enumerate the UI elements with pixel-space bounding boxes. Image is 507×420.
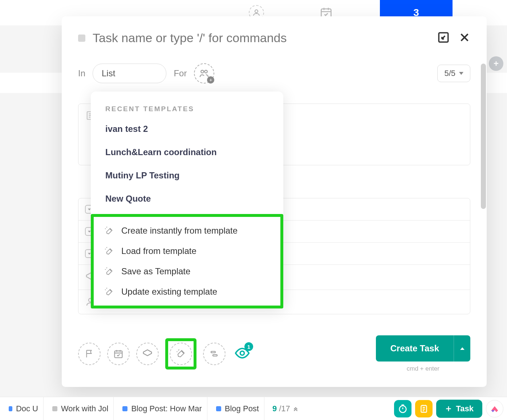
create-task-button[interactable]: Create Task xyxy=(376,335,454,362)
status-dot xyxy=(216,406,221,411)
tab-label: Blog Post: How Mar xyxy=(131,404,202,413)
action-label: Save as Template xyxy=(121,266,190,276)
priority-tool-icon[interactable] xyxy=(78,343,101,365)
svg-point-10 xyxy=(240,351,244,355)
template-item[interactable]: New Quote xyxy=(91,187,283,210)
watchers-button[interactable]: 1 xyxy=(234,345,250,363)
count-total: /17 xyxy=(279,404,290,413)
tags-tool-icon[interactable] xyxy=(136,343,159,365)
status-dot xyxy=(122,406,127,411)
caret-down-icon xyxy=(459,72,463,75)
template-item[interactable]: ivan test 2 xyxy=(91,117,283,141)
close-icon[interactable] xyxy=(459,32,470,45)
collapse-icon xyxy=(292,405,299,412)
footer-tab[interactable]: Doc U xyxy=(4,397,44,420)
create-task-dropdown-button[interactable] xyxy=(454,335,470,362)
subtask-count-button[interactable]: 5/5 xyxy=(437,65,470,82)
svg-rect-9 xyxy=(213,355,217,356)
clickup-logo-icon xyxy=(490,404,500,414)
footer-tab[interactable]: Blog Post: How Mar xyxy=(117,397,207,420)
action-label: Load from template xyxy=(121,246,196,256)
template-item[interactable]: Lunch&Learn coordination xyxy=(91,141,283,164)
footer-bar: Doc U Work with Jol Blog Post: How Mar B… xyxy=(0,397,507,420)
svg-rect-7 xyxy=(115,351,122,358)
timer-button[interactable] xyxy=(394,400,411,417)
load-from-template-action[interactable]: Load from template xyxy=(94,241,280,261)
wand-icon xyxy=(105,246,114,256)
templates-dropdown: RECENT TEMPLATES ivan test 2 Lunch&Learn… xyxy=(91,92,283,308)
svg-point-3 xyxy=(201,70,204,73)
save-as-template-action[interactable]: Save as Template xyxy=(94,261,280,282)
action-label: Update existing template xyxy=(121,287,217,297)
wand-icon xyxy=(105,287,114,296)
wand-icon xyxy=(105,267,114,276)
app-logo-button[interactable] xyxy=(486,400,503,417)
templates-tool-icon[interactable] xyxy=(170,343,192,365)
tab-label: Blog Post xyxy=(225,404,259,413)
notepad-button[interactable] xyxy=(415,400,433,417)
status-dot xyxy=(52,406,57,411)
svg-point-11 xyxy=(399,405,406,412)
recent-templates-heading: RECENT TEMPLATES xyxy=(91,101,283,117)
button-label: Task xyxy=(456,404,474,413)
count-current: 9 xyxy=(272,404,277,413)
assignee-picker[interactable]: + xyxy=(194,63,214,84)
add-assignee-icon: + xyxy=(207,76,214,84)
footer-tab[interactable]: Blog Post xyxy=(211,397,264,420)
count-value: 5/5 xyxy=(444,69,455,78)
template-item[interactable]: Mutiny LP Testing xyxy=(91,164,283,187)
update-existing-template-action[interactable]: Update existing template xyxy=(94,282,280,302)
plus-icon xyxy=(445,405,452,412)
task-name-input[interactable] xyxy=(93,31,430,45)
create-from-template-action[interactable]: Create instantly from template xyxy=(94,221,280,241)
svg-point-0 xyxy=(255,10,258,13)
wand-icon xyxy=(105,226,114,235)
for-label: For xyxy=(174,68,187,78)
status-indicator[interactable] xyxy=(78,35,85,42)
date-tool-icon[interactable] xyxy=(107,343,130,365)
add-column-button[interactable]: + xyxy=(489,56,503,71)
action-label: Create instantly from template xyxy=(121,226,238,236)
modal-bottom-toolbar: 1 Create Task cmd + enter xyxy=(62,335,487,372)
svg-point-4 xyxy=(205,70,208,73)
new-task-button[interactable]: Task xyxy=(436,400,482,418)
status-dot xyxy=(9,406,12,411)
watchers-count-badge: 1 xyxy=(244,342,253,351)
svg-rect-8 xyxy=(211,351,215,353)
in-label: In xyxy=(78,68,85,78)
footer-tab-count[interactable]: 9/17 xyxy=(268,404,303,413)
templates-tool-highlight xyxy=(165,338,196,369)
tab-label: Work with Jol xyxy=(61,404,108,413)
expand-modal-icon[interactable] xyxy=(437,31,450,45)
shortcut-hint: cmd + enter xyxy=(407,365,439,372)
footer-tab[interactable]: Work with Jol xyxy=(47,397,114,420)
list-selector-button[interactable]: List xyxy=(93,64,166,83)
subtasks-tool-icon[interactable] xyxy=(203,343,226,365)
scrollbar-thumb[interactable] xyxy=(481,64,486,209)
tab-label: Doc U xyxy=(16,404,38,413)
template-actions-highlight: Create instantly from template Load from… xyxy=(91,214,283,308)
